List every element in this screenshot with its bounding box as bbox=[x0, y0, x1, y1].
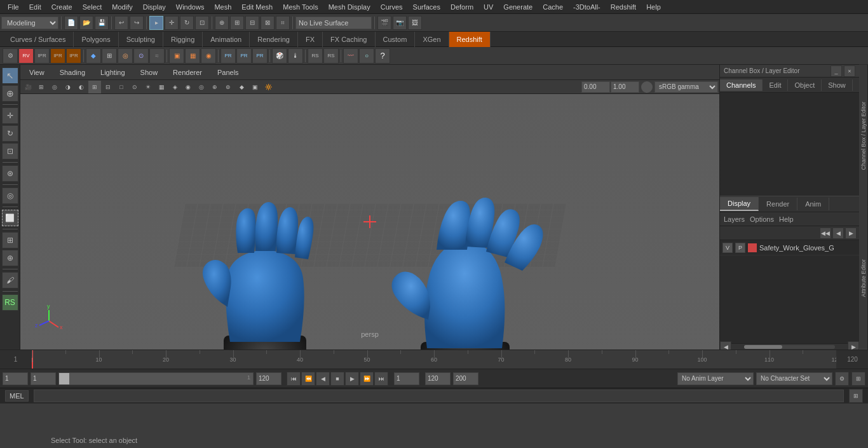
vp-smooth-btn[interactable]: ⊙ bbox=[128, 81, 141, 93]
attribute-editor-strip[interactable]: Attribute Editor bbox=[859, 207, 868, 350]
shelf-tex-btn[interactable]: 🌡 bbox=[288, 48, 303, 64]
play-stop-btn[interactable]: ■ bbox=[330, 372, 344, 386]
menu-cache[interactable]: Cache bbox=[538, 2, 568, 12]
tab-sculpting[interactable]: Sculpting bbox=[119, 32, 163, 47]
edit-tab[interactable]: Edit bbox=[763, 79, 788, 91]
script-editor-btn[interactable]: ⊞ bbox=[849, 389, 863, 403]
menu-file[interactable]: File bbox=[3, 2, 24, 12]
snap-btn2[interactable]: ⊞ bbox=[230, 16, 244, 30]
shelf-geo-btn2[interactable]: ⊞ bbox=[102, 48, 117, 64]
tab-fx[interactable]: FX bbox=[298, 32, 323, 47]
shelf-rv-btn[interactable]: RV bbox=[18, 48, 34, 64]
rs-material-btn[interactable]: RS bbox=[2, 294, 18, 311]
select-tool-btn[interactable]: ▸ bbox=[149, 16, 163, 30]
rotation-value[interactable] bbox=[581, 81, 610, 93]
panels-menu[interactable]: Panels bbox=[214, 67, 243, 78]
vp-wireframe-btn[interactable]: □ bbox=[115, 81, 128, 93]
layer-icon-next[interactable]: ▶ bbox=[845, 227, 857, 239]
shading-menu[interactable]: Shading bbox=[56, 67, 89, 78]
shelf-geo-btn1[interactable]: ◆ bbox=[86, 48, 101, 64]
anim-layer-select[interactable]: No Anim Layer bbox=[677, 372, 754, 385]
tab-curves-surfaces[interactable]: Curves / Surfaces bbox=[3, 32, 74, 47]
menu-help[interactable]: Help bbox=[641, 2, 666, 12]
vp-wire-on-shade[interactable]: ▦ bbox=[155, 81, 168, 93]
tab-rigging[interactable]: Rigging bbox=[163, 32, 203, 47]
go-start-btn[interactable]: ⏮ bbox=[287, 372, 301, 386]
redo-btn[interactable]: ↪ bbox=[130, 16, 144, 30]
menu-3dtoall[interactable]: -3DtoAll- bbox=[568, 2, 606, 12]
shelf-geo-btn4[interactable]: ⊙ bbox=[133, 48, 149, 64]
layer-visibility-toggle[interactable]: V bbox=[722, 243, 733, 253]
go-end-btn[interactable]: ⏭ bbox=[374, 372, 388, 386]
snap-btn5[interactable]: ⌗ bbox=[276, 16, 290, 30]
shelf-proxy-btn[interactable]: ○ bbox=[359, 48, 374, 64]
range-slider-thumb[interactable] bbox=[59, 373, 69, 384]
play-back-btn[interactable]: ◀ bbox=[316, 372, 330, 386]
gamma-select[interactable]: sRGB gamma bbox=[654, 81, 718, 93]
anim-time-input[interactable] bbox=[394, 372, 419, 385]
step-back-btn[interactable]: ⏪ bbox=[301, 372, 315, 386]
layer-color-swatch[interactable] bbox=[748, 243, 757, 252]
display-tab[interactable]: Display bbox=[720, 197, 759, 211]
scroll-thumb[interactable] bbox=[744, 345, 782, 349]
new-file-btn[interactable]: 📄 bbox=[64, 16, 78, 30]
universal-manip[interactable]: ⊛ bbox=[2, 165, 18, 182]
range-slider[interactable]: 1 bbox=[58, 372, 254, 385]
channels-tab[interactable]: Channels bbox=[720, 79, 763, 91]
layer-playback-toggle[interactable]: P bbox=[735, 243, 745, 253]
play-fwd-btn[interactable]: ▶ bbox=[345, 372, 359, 386]
scale-tool-btn[interactable]: ⊡ bbox=[195, 16, 209, 30]
vp-motion-blur[interactable]: ⊕ bbox=[208, 81, 221, 93]
shelf-mat-btn1[interactable]: RS bbox=[308, 48, 323, 64]
view-menu[interactable]: View bbox=[25, 67, 48, 78]
tab-animation[interactable]: Animation bbox=[203, 32, 250, 47]
snap-btn3[interactable]: ⊟ bbox=[245, 16, 259, 30]
menu-surfaces[interactable]: Surfaces bbox=[408, 2, 445, 12]
vp-dof-btn[interactable]: ⊚ bbox=[222, 81, 234, 93]
timeline-ruler[interactable]: 1102030405060708090100110120 bbox=[32, 350, 836, 369]
anim-extra-btn[interactable]: ⊞ bbox=[851, 372, 865, 386]
shelf-wavy-btn[interactable]: 〰 bbox=[343, 48, 358, 64]
shelf-pr-btn1[interactable]: PR bbox=[220, 48, 236, 64]
shelf-render-btn[interactable]: 🎲 bbox=[272, 48, 287, 64]
shelf-light-btn1[interactable]: ▣ bbox=[169, 48, 184, 64]
range-end-input[interactable] bbox=[256, 372, 281, 385]
vp-isolate-btn[interactable]: ◎ bbox=[48, 81, 61, 93]
menu-modify[interactable]: Modify bbox=[107, 2, 137, 12]
shelf-light-btn2[interactable]: ▦ bbox=[185, 48, 200, 64]
undo-btn[interactable]: ↩ bbox=[114, 16, 128, 30]
shelf-ipr-btn3[interactable]: IPR bbox=[66, 48, 81, 64]
help-menu[interactable]: Help bbox=[779, 215, 794, 223]
show-manip[interactable]: ⊞ bbox=[2, 232, 18, 248]
tab-redshift[interactable]: Redshift bbox=[449, 32, 491, 47]
menu-redshift[interactable]: Redshift bbox=[606, 2, 641, 12]
shelf-geo-btn5[interactable]: ≈ bbox=[149, 48, 165, 64]
layers-menu[interactable]: Layers bbox=[724, 215, 745, 223]
menu-display[interactable]: Display bbox=[138, 2, 171, 12]
vp-light-btn[interactable]: ☀ bbox=[142, 81, 154, 93]
select-tool[interactable]: ↖ bbox=[2, 67, 18, 84]
scale-tool[interactable]: ⊡ bbox=[2, 143, 18, 160]
menu-mesh[interactable]: Mesh bbox=[209, 2, 236, 12]
tweak-tool[interactable]: ⊕ bbox=[2, 85, 18, 102]
move-tool-btn[interactable]: ✛ bbox=[165, 16, 179, 30]
live-surface-input[interactable] bbox=[295, 17, 372, 29]
step-fwd-btn[interactable]: ⏩ bbox=[360, 372, 374, 386]
panel-close-btn[interactable]: × bbox=[844, 65, 855, 77]
options-menu[interactable]: Options bbox=[750, 215, 774, 223]
menu-select[interactable]: Select bbox=[78, 2, 107, 12]
menu-mesh-display[interactable]: Mesh Display bbox=[323, 2, 376, 12]
show-menu[interactable]: Show bbox=[137, 67, 162, 78]
rotate-tool[interactable]: ↻ bbox=[2, 125, 18, 142]
show-tab[interactable]: Show bbox=[822, 79, 853, 91]
snap-btn4[interactable]: ⊠ bbox=[261, 16, 275, 30]
tab-rendering[interactable]: Rendering bbox=[250, 32, 298, 47]
menu-deform[interactable]: Deform bbox=[445, 2, 478, 12]
mode-select[interactable]: Modeling bbox=[1, 17, 58, 29]
marquee-select[interactable]: ⬜ bbox=[2, 210, 18, 226]
lighting-menu[interactable]: Lighting bbox=[97, 67, 129, 78]
tab-custom[interactable]: Custom bbox=[376, 32, 416, 47]
vp-aa-btn[interactable]: ▣ bbox=[248, 81, 261, 93]
scale-value[interactable] bbox=[611, 81, 639, 93]
menu-windows[interactable]: Windows bbox=[171, 2, 210, 12]
